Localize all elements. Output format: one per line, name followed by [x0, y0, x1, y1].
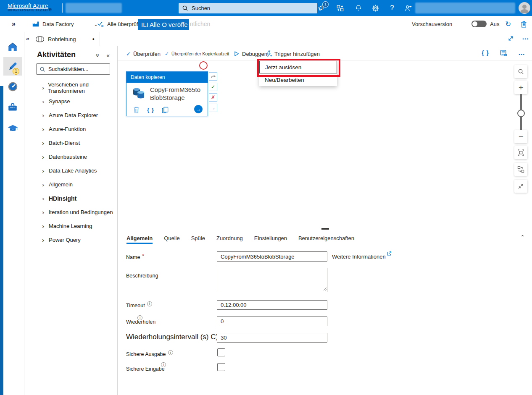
author-changes-badge: 1 [13, 68, 19, 75]
activity-category-azure-data-explorer[interactable]: ›Azure Data Explorer [24, 108, 118, 122]
port-success-icon[interactable]: ✓ [209, 83, 217, 91]
code-view-button[interactable]: { } [482, 50, 489, 56]
zoom-out-button[interactable]: − [514, 130, 527, 143]
tab-general[interactable]: Allgemein [126, 231, 153, 245]
tab-mapping[interactable]: Zuordnung [216, 231, 243, 245]
description-textarea[interactable] [217, 268, 327, 292]
info-icon[interactable]: i [168, 350, 173, 355]
activity-category-machine-learning[interactable]: ›Machine Learning [24, 219, 118, 233]
validate-all-button[interactable]: Alle überprüfen [97, 16, 144, 32]
publish-all-overlay[interactable]: ILI Alle O veröffe [138, 19, 189, 30]
help-icon[interactable]: ? [384, 0, 400, 16]
azure-data-factory-screen: Microsoft Azure Microsoft Azure 1 ? [0, 0, 532, 395]
clone-activity-icon[interactable] [162, 107, 169, 113]
activity-category-hdinsight[interactable]: ›HDInsight [24, 191, 118, 205]
tab-label: Quelle [164, 235, 180, 241]
nav-monitor-button[interactable] [3, 77, 22, 96]
tab-pipeline[interactable]: Rohrleitung ● [26, 32, 100, 46]
port-skip-icon[interactable] [209, 72, 217, 81]
topbar-divider [62, 3, 63, 13]
auto-align-button[interactable] [514, 163, 527, 176]
timeout-input[interactable] [217, 300, 327, 310]
zoom-to-fit-button[interactable] [514, 146, 527, 159]
notification-badge: 1 [322, 1, 329, 8]
plus-glyph: + [519, 83, 523, 92]
secure-output-checkbox[interactable] [217, 348, 225, 356]
chevron-right-icon: › [42, 139, 49, 146]
expand-editor-button[interactable] [508, 35, 514, 42]
pipeline-icon [35, 36, 45, 42]
tab-user-properties[interactable]: Benutzereigenschaften [298, 231, 354, 245]
node-type-label: Daten kopieren [131, 74, 165, 80]
avatar[interactable] [519, 2, 530, 14]
zoom-slider-knob[interactable] [517, 110, 525, 117]
secure-input-checkbox[interactable] [217, 363, 225, 371]
activity-category-batch-service[interactable]: ›Batch-Dienst [24, 136, 118, 150]
port-failure-icon[interactable]: ✗ [209, 93, 217, 102]
activity-category-synapse[interactable]: ›Synapse [24, 94, 118, 108]
retry-input[interactable] [217, 317, 327, 326]
discard-all-button[interactable] [520, 16, 527, 32]
pipeline-settings-button[interactable] [500, 50, 507, 57]
activity-code-icon[interactable]: { } [147, 107, 154, 113]
nav-manage-button[interactable] [3, 98, 22, 117]
canvas-search-button[interactable] [514, 65, 527, 78]
activity-category-databricks[interactable]: ›Datenbausteine [24, 150, 118, 164]
info-icon[interactable]: i [147, 301, 152, 306]
activity-category-power-query[interactable]: ›Power Query [24, 233, 118, 247]
collapse-panel-chevron[interactable]: ⌄ [520, 234, 525, 240]
factory-toolbar: » Data Factory ⌄ Alle überprüfen ntliche… [0, 16, 532, 32]
panel-drag-handle[interactable] [321, 228, 329, 230]
debug-button[interactable]: Debuggen [234, 49, 267, 58]
delete-activity-icon[interactable] [133, 106, 140, 113]
port-completion-icon[interactable]: → [209, 104, 217, 112]
activities-search-box[interactable] [36, 63, 110, 75]
expand-nav-button[interactable]: » [12, 16, 16, 32]
activity-category-azure-function[interactable]: ›Azure-Funktion [24, 122, 118, 136]
activities-search-input[interactable] [48, 66, 103, 72]
collapse-panel-icon[interactable]: « [106, 52, 110, 59]
activity-category-iteration-conditionals[interactable]: ›Iteration und Bedingungen [24, 205, 118, 219]
canvas-more-options-button[interactable]: … [518, 49, 525, 57]
node-next-connector-icon[interactable]: → [194, 105, 203, 113]
feedback-icon[interactable] [400, 0, 416, 16]
global-search-input[interactable] [192, 5, 309, 11]
notifications-bell-icon[interactable] [350, 0, 366, 16]
category-label: Synapse [49, 98, 70, 105]
info-icon[interactable]: i [161, 362, 166, 367]
activity-category-data-lake-analytics[interactable]: ›Data Lake Analytics [24, 164, 118, 178]
retry-interval-input[interactable] [217, 333, 327, 343]
left-edge-accent-strip [0, 86, 3, 395]
collapse-canvas-button[interactable] [514, 180, 527, 193]
copy-data-activity-node[interactable]: Daten kopieren CopyFromM365toBlobStorage… [126, 71, 208, 116]
zoom-in-button[interactable]: + [514, 81, 527, 94]
description-label-text: Beschreibung [126, 273, 158, 279]
directory-switch-icon[interactable] [332, 0, 348, 16]
announcements-button[interactable]: 1 [313, 0, 329, 16]
tab-more-options-button[interactable]: … [522, 34, 529, 41]
left-navigation-rail: 1 [0, 32, 24, 395]
settings-gear-icon[interactable] [367, 0, 383, 16]
validate-button[interactable]: ✓ Überprüfen [126, 49, 161, 58]
new-edit-label: Neu/Bearbeiten [265, 77, 304, 83]
pipeline-canvas[interactable]: ✓ Überprüfen ✓ Überprüfen der Kopierlauf… [118, 46, 532, 229]
preview-toggle[interactable] [471, 21, 487, 27]
collapse-all-icon[interactable]: » [95, 54, 101, 57]
nav-learning-button[interactable] [3, 119, 22, 137]
more-info-link[interactable]: Weitere Informationen [332, 254, 392, 260]
data-factory-menu[interactable]: Data Factory ⌄ [32, 16, 98, 32]
chevron-right-icon: › [42, 167, 49, 174]
tab-settings[interactable]: Einstellungen [254, 231, 287, 245]
azure-brand[interactable]: Microsoft Azure Microsoft Azure [8, 0, 62, 16]
tab-source[interactable]: Quelle [164, 231, 180, 245]
nav-home-button[interactable] [3, 38, 22, 56]
tab-sink[interactable]: Spüle [191, 231, 205, 245]
refresh-button[interactable]: ↻ [505, 16, 511, 32]
activity-category-move-transform[interactable]: ›Verschieben und Transformieren [24, 81, 118, 94]
activity-category-general[interactable]: ›Allgemein [24, 178, 118, 191]
validate-copy-runtime-button[interactable]: ✓ Überprüfen der Kopierlaufzeit [165, 49, 229, 58]
name-input[interactable] [217, 251, 327, 262]
add-trigger-button[interactable]: Trigger hinzufügen [266, 49, 320, 58]
node-header[interactable]: Daten kopieren [126, 72, 208, 83]
global-search-box[interactable] [179, 3, 317, 13]
